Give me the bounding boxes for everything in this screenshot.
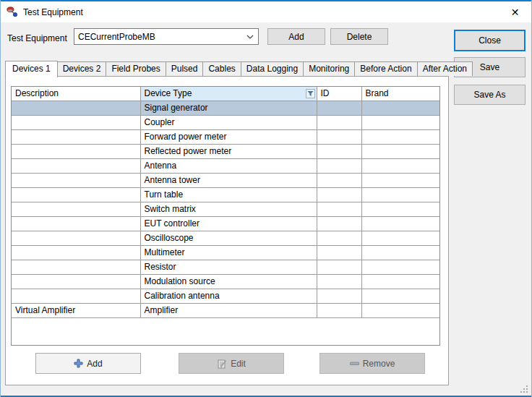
cell-device-type[interactable]: Switch matrix xyxy=(140,202,317,217)
cell-id[interactable] xyxy=(317,217,361,231)
cell-device-type[interactable]: Forward power meter xyxy=(140,130,317,145)
tab-cables[interactable]: Cables xyxy=(202,61,241,76)
cell-description[interactable] xyxy=(12,130,140,145)
cell-id[interactable] xyxy=(317,304,361,318)
cell-device-type[interactable]: Oscilloscope xyxy=(140,231,317,246)
cell-description[interactable] xyxy=(12,159,140,174)
table-row[interactable]: Modulation source xyxy=(12,275,439,289)
table-row[interactable]: Resistor xyxy=(12,260,439,275)
cell-description[interactable] xyxy=(12,101,140,116)
tab-field-probes[interactable]: Field Probes xyxy=(106,61,166,76)
cell-description[interactable] xyxy=(12,246,140,260)
tab-devices-1[interactable]: Devices 1 xyxy=(5,61,58,77)
cell-description[interactable] xyxy=(12,289,140,304)
cell-brand[interactable] xyxy=(361,188,439,202)
cell-device-type[interactable]: Antenna xyxy=(140,159,317,174)
cell-device-type[interactable]: Signal generator xyxy=(140,101,317,116)
close-button[interactable]: Close xyxy=(454,30,525,51)
cell-brand[interactable] xyxy=(361,116,439,130)
cell-description[interactable] xyxy=(12,174,140,188)
tab-pulsed[interactable]: Pulsed xyxy=(166,61,204,76)
cell-id[interactable] xyxy=(317,202,361,217)
cell-device-type[interactable]: Reflected power meter xyxy=(140,145,317,159)
delete-equipment-button[interactable]: Delete xyxy=(330,28,388,45)
cell-brand[interactable] xyxy=(361,130,439,145)
cell-brand[interactable] xyxy=(361,304,439,318)
cell-brand[interactable] xyxy=(361,174,439,188)
test-equipment-combobox[interactable]: CECurrentProbeMB xyxy=(74,28,259,45)
resize-grip[interactable] xyxy=(520,385,528,393)
table-row[interactable]: Reflected power meter xyxy=(12,145,439,159)
column-header-id[interactable]: ID xyxy=(317,87,361,101)
column-header-description[interactable]: Description xyxy=(12,87,140,101)
save-as-button[interactable]: Save As xyxy=(454,85,525,105)
cell-brand[interactable] xyxy=(361,231,439,246)
cell-description[interactable]: Virtual Amplifier xyxy=(12,304,140,318)
table-row[interactable]: Antenna tower xyxy=(12,174,439,188)
cell-id[interactable] xyxy=(317,130,361,145)
cell-device-type[interactable]: Multimeter xyxy=(140,246,317,260)
cell-brand[interactable] xyxy=(361,145,439,159)
cell-device-type[interactable]: Amplifier xyxy=(140,304,317,318)
cell-description[interactable] xyxy=(12,202,140,217)
cell-id[interactable] xyxy=(317,116,361,130)
cell-id[interactable] xyxy=(317,101,361,116)
column-header-device-type[interactable]: Device Type xyxy=(140,87,317,101)
cell-brand[interactable] xyxy=(361,246,439,260)
chevron-down-icon[interactable] xyxy=(242,35,258,39)
cell-brand[interactable] xyxy=(361,260,439,275)
cell-device-type[interactable]: Antenna tower xyxy=(140,174,317,188)
table-row[interactable]: Switch matrix xyxy=(12,202,439,217)
cell-id[interactable] xyxy=(317,275,361,289)
cell-description[interactable] xyxy=(12,116,140,130)
tab-devices-2[interactable]: Devices 2 xyxy=(57,61,107,76)
cell-description[interactable] xyxy=(12,231,140,246)
table-row[interactable]: Oscilloscope xyxy=(12,231,439,246)
cell-device-type[interactable]: EUT controller xyxy=(140,217,317,231)
column-header-brand[interactable]: Brand xyxy=(361,87,439,101)
cell-id[interactable] xyxy=(317,260,361,275)
table-row[interactable]: Signal generator xyxy=(12,101,439,116)
cell-brand[interactable] xyxy=(361,217,439,231)
cell-device-type[interactable]: Modulation source xyxy=(140,275,317,289)
filter-icon[interactable] xyxy=(306,89,315,98)
table-row[interactable]: Calibration antenna xyxy=(12,289,439,304)
cell-brand[interactable] xyxy=(361,101,439,116)
table-row[interactable]: Coupler xyxy=(12,116,439,130)
cell-device-type[interactable]: Calibration antenna xyxy=(140,289,317,304)
cell-id[interactable] xyxy=(317,231,361,246)
table-row[interactable]: Virtual AmplifierAmplifier xyxy=(12,304,439,318)
remove-device-button[interactable]: Remove xyxy=(319,353,425,374)
edit-device-button[interactable]: Edit xyxy=(179,353,284,374)
table-row[interactable]: Turn table xyxy=(12,188,439,202)
tab-before-action[interactable]: Before Action xyxy=(354,61,417,76)
cell-device-type[interactable]: Coupler xyxy=(140,116,317,130)
tab-data-logging[interactable]: Data Logging xyxy=(241,61,304,76)
cell-description[interactable] xyxy=(12,217,140,231)
cell-device-type[interactable]: Resistor xyxy=(140,260,317,275)
table-row[interactable]: EUT controller xyxy=(12,217,439,231)
cell-description[interactable] xyxy=(12,145,140,159)
cell-id[interactable] xyxy=(317,174,361,188)
table-row[interactable]: Multimeter xyxy=(12,246,439,260)
cell-id[interactable] xyxy=(317,246,361,260)
cell-id[interactable] xyxy=(317,145,361,159)
tab-after-action[interactable]: After Action xyxy=(417,61,473,76)
cell-brand[interactable] xyxy=(361,289,439,304)
cell-description[interactable] xyxy=(12,275,140,289)
cell-id[interactable] xyxy=(317,289,361,304)
table-row[interactable]: Forward power meter xyxy=(12,130,439,145)
add-device-button[interactable]: Add xyxy=(35,353,141,374)
cell-id[interactable] xyxy=(317,159,361,174)
add-equipment-button[interactable]: Add xyxy=(267,28,325,45)
cell-description[interactable] xyxy=(12,260,140,275)
cell-brand[interactable] xyxy=(361,275,439,289)
window-close-button[interactable]: ✕ xyxy=(499,1,531,22)
cell-device-type[interactable]: Turn table xyxy=(140,188,317,202)
cell-brand[interactable] xyxy=(361,202,439,217)
tab-monitoring[interactable]: Monitoring xyxy=(303,61,355,76)
cell-id[interactable] xyxy=(317,188,361,202)
table-row[interactable]: Antenna xyxy=(12,159,439,174)
cell-description[interactable] xyxy=(12,188,140,202)
cell-brand[interactable] xyxy=(361,159,439,174)
